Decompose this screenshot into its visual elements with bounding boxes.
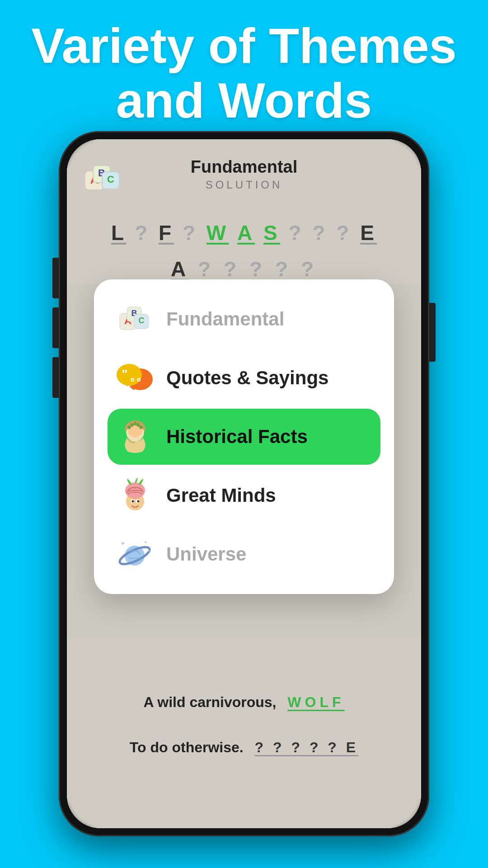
speech-bubbles-icon: " ∘∘ <box>117 360 153 396</box>
svg-text:∘∘: ∘∘ <box>129 374 142 385</box>
great-minds-label: Great Minds <box>166 485 276 506</box>
clue-1-text: A wild carnivorous, <box>143 694 276 710</box>
letter-F: F <box>159 221 174 245</box>
historical-person-icon <box>117 419 153 455</box>
svg-text:C: C <box>139 316 145 325</box>
fundamental-label: Fundamental <box>166 308 284 330</box>
svg-text:✦: ✦ <box>144 540 147 545</box>
brain-person-icon <box>117 477 153 514</box>
svg-text:C: C <box>107 174 114 185</box>
svg-point-30 <box>137 500 139 503</box>
menu-item-historical[interactable]: Historical Facts <box>108 409 380 465</box>
letter-L: L <box>111 221 126 245</box>
letter-A2: A <box>171 257 189 281</box>
letter-q3: ? <box>289 221 304 245</box>
clue-2-answer: ? ? ? ? ? E <box>255 739 359 755</box>
svg-text:✦: ✦ <box>147 549 150 553</box>
planet-icon: ✦ ✦ ✦ <box>117 536 153 572</box>
svg-text:✦: ✦ <box>120 540 126 547</box>
menu-item-universe[interactable]: ✦ ✦ ✦ Universe <box>108 526 380 582</box>
letter-row-2: A ? ? ? ? ? <box>67 257 421 281</box>
clue-2: To do otherwise. ? ? ? ? ? E <box>67 739 421 756</box>
theme-dropdown: A B C Fundamental <box>94 279 394 594</box>
abc-blocks-icon: A B C <box>117 301 153 337</box>
phone-screen: A B C Fundamental SOLUTION L ? F ? W A S <box>67 139 421 828</box>
svg-point-24 <box>139 425 143 429</box>
letter-q8: ? <box>249 257 266 281</box>
clue-2-text: To do otherwise. <box>130 739 244 755</box>
svg-point-29 <box>131 500 134 503</box>
universe-label: Universe <box>166 543 246 565</box>
letter-q4: ? <box>312 221 328 245</box>
historical-label: Historical Facts <box>166 426 308 448</box>
hero-title-line2: and Words <box>27 73 461 127</box>
letter-E: E <box>360 221 377 245</box>
clue-1: A wild carnivorous, WOLF <box>67 694 421 711</box>
menu-item-fundamental[interactable]: A B C Fundamental <box>108 291 380 347</box>
letter-W: W <box>206 221 229 245</box>
phone-mockup: A B C Fundamental SOLUTION L ? F ? W A S <box>59 131 429 836</box>
svg-point-21 <box>130 423 134 427</box>
letter-q6: ? <box>198 257 214 281</box>
letter-q7: ? <box>224 257 240 281</box>
hero-title-line1: Variety of Themes <box>27 18 461 73</box>
quotes-label: Quotes & Sayings <box>166 367 328 389</box>
clue-1-answer: WOLF <box>287 694 344 710</box>
svg-text:": " <box>122 367 127 381</box>
letter-q1: ? <box>135 221 150 245</box>
menu-item-great-minds[interactable]: Great Minds <box>108 467 380 524</box>
blur-bottom <box>67 638 421 828</box>
menu-item-quotes[interactable]: " ∘∘ Quotes & Sayings <box>108 350 380 406</box>
svg-point-22 <box>133 422 137 425</box>
letter-q5: ? <box>336 221 352 245</box>
letter-q10: ? <box>301 257 317 281</box>
app-logo-icon: A B C <box>85 162 121 200</box>
letter-q9: ? <box>275 257 291 281</box>
letter-row-1: L ? F ? W A S ? ? ? E <box>67 221 421 245</box>
hero-title: Variety of Themes and Words <box>0 18 488 127</box>
letter-S: S <box>263 221 280 245</box>
letter-A: A <box>237 221 255 245</box>
letter-q2: ? <box>183 221 198 245</box>
